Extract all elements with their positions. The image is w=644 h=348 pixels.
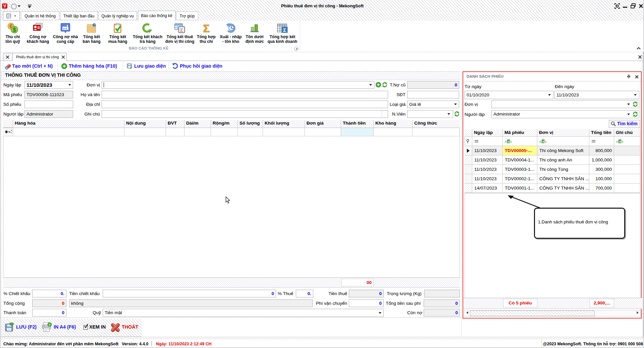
svg-text:B: B [508, 140, 510, 143]
svg-text:?: ? [49, 323, 51, 327]
svg-text:A: A [616, 140, 618, 143]
svg-text:B: B [619, 140, 621, 143]
svg-text:A: A [539, 140, 541, 143]
svg-text:A: A [505, 140, 507, 143]
svg-text:B: B [542, 140, 544, 143]
svg-text:c: c [622, 140, 624, 143]
svg-text:Σ: Σ [203, 23, 209, 33]
svg-text:c: c [511, 140, 512, 143]
svg-text:c: c [545, 140, 547, 143]
svg-text:Σ: Σ [180, 27, 183, 33]
svg-text:Σ: Σ [283, 27, 286, 33]
